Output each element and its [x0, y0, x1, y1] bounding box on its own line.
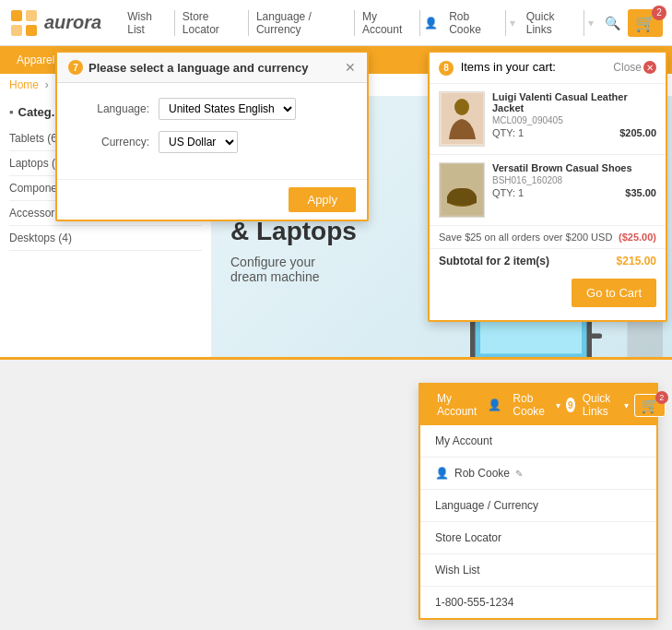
account-menu-my-account[interactable]: My Account — [420, 425, 656, 458]
svg-rect-3 — [26, 25, 37, 36]
top-section: aurora Wish List Store Locator Language … — [0, 0, 672, 360]
cart-item-1-info: Luigi Valenti Casual Leather Jacket MCL0… — [492, 91, 656, 147]
logo-icon — [9, 8, 39, 38]
cart-item-1-sku: MCL009_090405 — [492, 115, 656, 125]
nav-wishlist[interactable]: Wish List — [120, 10, 175, 36]
cart-item-2-price: $35.00 — [625, 187, 656, 198]
cart-item-2-info: Versatil Brown Casual Shoes BSH016_16020… — [492, 162, 656, 218]
account-step-badge: 9 — [566, 398, 575, 412]
language-row: Language: United States English — [76, 98, 348, 120]
cart-item-2-qty: QTY: 1 — [492, 187, 524, 198]
account-menu-store-locator[interactable]: Store Locator — [420, 522, 656, 554]
account-popup-quick-links[interactable]: Quick Links — [577, 392, 622, 418]
account-popup-username[interactable]: Rob Cooke — [507, 392, 550, 418]
modal-close-button[interactable]: ✕ — [345, 60, 356, 75]
search-button[interactable]: 🔍 — [605, 16, 620, 30]
cart-item-1-name: Luigi Valenti Casual Leather Jacket — [492, 91, 656, 113]
cart-popup: 8 Items in your cart: Close ✕ Luigi Vale… — [428, 51, 667, 322]
logo-text: aurora — [44, 12, 101, 33]
account-menu-wish-list[interactable]: Wish List — [420, 554, 656, 587]
account-menu-phone[interactable]: 1-800-555-1234 — [420, 587, 656, 618]
cart-item-1-image — [439, 91, 485, 147]
nav-language-currency[interactable]: Language / Currency — [249, 10, 355, 36]
cart-subtotal-row: Subtotal for 2 item(s) $215.00 — [430, 249, 666, 273]
sub-nav-apparel[interactable]: Apparel — [9, 53, 62, 66]
svg-rect-0 — [11, 10, 22, 21]
header-right: 🔍 🛒 2 — [605, 9, 663, 37]
modal-title: Please select a language and currency — [88, 61, 308, 75]
nav-links: Wish List Store Locator Language / Curre… — [120, 10, 597, 36]
cart-subtotal-amount: $215.00 — [617, 255, 656, 267]
breadcrumb-home[interactable]: Home — [9, 78, 39, 91]
svg-rect-14 — [628, 319, 664, 360]
cart-button[interactable]: 🛒 2 — [628, 9, 663, 37]
bottom-section: My Account 👤 Rob Cooke ▾ 9 Quick Links ▾… — [0, 369, 672, 630]
cart-item-2: Versatil Brown Casual Shoes BSH016_16020… — [430, 155, 666, 226]
cart-badge: 2 — [652, 6, 666, 20]
nav-quick-links[interactable]: Quick Links — [519, 10, 584, 36]
svg-rect-1 — [26, 10, 37, 21]
cart-discount-label: Save $25 on all orders over $200 USD — [439, 232, 612, 243]
cart-popup-footer: Go to Cart — [430, 273, 666, 320]
account-menu-language[interactable]: Language / Currency — [420, 490, 656, 522]
account-menu-user[interactable]: 👤 Rob Cooke ✎ — [420, 458, 656, 490]
cart-close-button[interactable]: Close ✕ — [613, 61, 656, 74]
currency-label: Currency: — [76, 136, 149, 149]
account-cart-badge: 2 — [655, 391, 668, 404]
account-popup-header: My Account 👤 Rob Cooke ▾ 9 Quick Links ▾… — [420, 385, 656, 425]
language-select[interactable]: United States English — [159, 98, 296, 120]
account-popup-cart-button[interactable]: 🛒 2 — [634, 394, 666, 417]
hero-subtitle: Configure your dream machine — [230, 255, 357, 284]
cart-discount-amount: ($25.00) — [619, 232, 656, 243]
cart-step-badge: 8 — [439, 61, 454, 76]
currency-row: Currency: US Dollar — [76, 131, 348, 153]
cart-subtotal-label: Subtotal for 2 item(s) — [439, 255, 549, 267]
goto-cart-button[interactable]: Go to Cart — [572, 279, 656, 307]
svg-point-16 — [454, 99, 469, 115]
account-popup-my-account[interactable]: My Account — [431, 392, 482, 418]
language-label: Language: — [76, 102, 149, 115]
cart-discount-row: Save $25 on all orders over $200 USD ($2… — [430, 226, 666, 249]
apply-button[interactable]: Apply — [289, 187, 356, 212]
cart-item-1-qty: QTY: 1 — [492, 127, 524, 138]
account-popup: My Account 👤 Rob Cooke ▾ 9 Quick Links ▾… — [419, 383, 658, 620]
logo[interactable]: aurora — [9, 8, 101, 38]
nav-my-account[interactable]: My Account — [355, 10, 420, 36]
svg-rect-2 — [11, 25, 22, 36]
cart-item-2-name: Versatil Brown Casual Shoes — [492, 162, 656, 173]
cart-item-2-image — [439, 162, 485, 218]
cart-item-1-price: $205.00 — [619, 127, 656, 138]
nav-user-name[interactable]: Rob Cooke — [442, 10, 506, 36]
cart-item-2-qty-price: QTY: 1 $35.00 — [492, 187, 656, 198]
cart-item-1-qty-price: QTY: 1 $205.00 — [492, 127, 656, 138]
cart-item-1: Luigi Valenti Casual Leather Jacket MCL0… — [430, 84, 666, 155]
cart-popup-header: 8 Items in your cart: Close ✕ — [430, 53, 666, 84]
language-currency-modal: 7 Please select a language and currency … — [55, 51, 369, 221]
sidebar-item-desktops[interactable]: Desktops (4) — [9, 226, 202, 251]
cart-popup-title: 8 Items in your cart: — [439, 60, 556, 76]
header: aurora Wish List Store Locator Language … — [0, 0, 672, 46]
modal-step-badge: 7 — [68, 60, 83, 75]
nav-store-locator[interactable]: Store Locator — [175, 10, 249, 36]
modal-footer: Apply — [57, 179, 367, 220]
user-icon: 👤 — [420, 17, 442, 30]
cart-item-2-sku: BSH016_160208 — [492, 175, 656, 185]
currency-select[interactable]: US Dollar — [159, 131, 238, 153]
modal-header: 7 Please select a language and currency … — [57, 53, 367, 83]
modal-body: Language: United States English Currency… — [57, 83, 367, 179]
